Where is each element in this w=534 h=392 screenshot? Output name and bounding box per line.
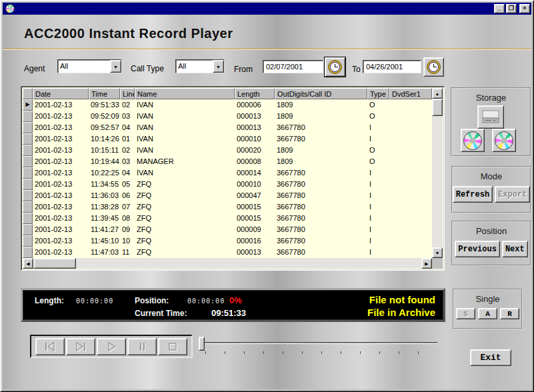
column-header-dvdser1[interactable]: DvdSer1	[389, 88, 432, 99]
table-row[interactable]: 2001-02-1311:45:1010ZFQ0000163667780I	[23, 235, 432, 247]
table-row[interactable]: 2001-02-1311:36:0306ZFQ0000473667780I	[23, 190, 432, 201]
row-selector[interactable]	[23, 111, 33, 122]
row-selector[interactable]	[23, 213, 33, 224]
from-calendar-button[interactable]	[325, 57, 345, 77]
row-selector[interactable]: ▶	[23, 99, 33, 111]
exit-button[interactable]: Exit	[470, 349, 511, 366]
row-selector[interactable]	[23, 167, 33, 179]
minimize-button[interactable]: _	[494, 4, 505, 13]
slider-thumb[interactable]	[199, 337, 205, 351]
drive-storage-button[interactable]	[477, 105, 504, 129]
table-row[interactable]: 2001-02-1310:19:4403MANAGER0000081809O	[23, 156, 432, 167]
table-cell: I	[367, 247, 389, 258]
table-row[interactable]: 2001-02-1309:52:5704IVAN0000133667780I	[23, 122, 432, 133]
maximize-button[interactable]: ❐	[506, 4, 517, 13]
table-cell	[389, 111, 432, 122]
previous-button[interactable]: Previous	[455, 241, 500, 257]
table-row[interactable]: 2001-02-1311:38:2807ZFQ0000153667780I	[23, 201, 432, 213]
table-cell: 08	[120, 213, 135, 224]
row-selector[interactable]	[23, 179, 33, 190]
to-date-field[interactable]: 04/26/2001	[363, 60, 421, 73]
table-cell: IVAN	[135, 99, 235, 111]
single-s-button[interactable]: S	[456, 308, 475, 319]
table-row[interactable]: 2001-02-1309:52:0903IVAN0000131809O	[23, 111, 432, 122]
row-selector[interactable]	[23, 133, 33, 145]
table-cell: 05	[120, 179, 135, 190]
cd-icon	[495, 131, 513, 150]
slider-groove[interactable]	[204, 342, 437, 344]
table-cell: 09:51:33	[89, 99, 120, 111]
table-row[interactable]: 2001-02-1311:41:2709ZFQ0000093667780I	[23, 224, 432, 235]
scroll-up-icon[interactable]: ▲	[432, 88, 443, 99]
length-value: 00:00:00	[76, 297, 113, 305]
column-header-type[interactable]: Type	[367, 88, 389, 99]
single-r-button[interactable]: R	[500, 308, 519, 319]
table-cell: 2001-02-13	[33, 99, 89, 111]
table-row[interactable]: 2001-02-1311:39:4508ZFQ0000153667780I	[23, 213, 432, 224]
table-cell: O	[367, 111, 389, 122]
agent-combo[interactable]: All ▼	[57, 59, 122, 73]
column-header-length[interactable]: Length	[235, 88, 275, 99]
row-selector[interactable]	[23, 122, 33, 133]
table-cell: 000014	[235, 167, 275, 179]
horizontal-scrollbar[interactable]: ◀ ▶	[23, 258, 432, 269]
table-cell: 2001-02-13	[33, 235, 89, 247]
row-selector[interactable]	[23, 247, 33, 258]
play-button[interactable]	[97, 338, 126, 355]
vertical-scroll-track[interactable]	[432, 116, 443, 247]
status-messages: File not found File in Archive	[367, 293, 435, 319]
table-row[interactable]: 2001-02-1310:14:2601IVAN0000103667780I	[23, 133, 432, 145]
table-row[interactable]: 2001-02-1310:22:2504IVAN0000143667780I	[23, 167, 432, 179]
table-row[interactable]: 2001-02-1310:15:1102IVAN0000201809O	[23, 145, 432, 156]
call-type-combo[interactable]: All ▼	[175, 59, 225, 73]
current-time-label: Current Time:	[135, 309, 187, 318]
to-calendar-button[interactable]	[423, 57, 444, 77]
cd-storage-button-1[interactable]	[461, 129, 485, 152]
next-button[interactable]: Next	[502, 241, 528, 257]
table-cell: 3667780	[275, 247, 367, 258]
mode-title: Mode	[453, 171, 530, 181]
refresh-button[interactable]: Refresh	[453, 186, 493, 203]
from-date-field[interactable]: 02/07/2001	[263, 60, 323, 73]
call-type-combo-value: All	[176, 60, 213, 73]
cd-storage-button-2[interactable]	[492, 129, 516, 152]
scroll-left-icon[interactable]: ◀	[23, 258, 33, 269]
single-a-button[interactable]: A	[478, 308, 497, 319]
horizontal-scroll-track[interactable]	[76, 258, 421, 269]
table-cell: 000015	[235, 201, 275, 213]
skip-forward-button[interactable]	[66, 338, 95, 355]
table-row[interactable]: ▶2001-02-1309:51:3302IVAN0000061809O	[23, 99, 432, 111]
row-selector[interactable]	[23, 145, 33, 156]
column-header-date[interactable]: Date	[33, 88, 89, 99]
table-row[interactable]: 2001-02-1311:34:5505ZFQ0000103667780I	[23, 179, 432, 190]
position-value: 00:00:00	[187, 297, 225, 305]
scroll-right-icon[interactable]: ▶	[421, 258, 432, 269]
stop-button[interactable]	[158, 338, 187, 355]
row-selector[interactable]	[23, 235, 33, 247]
table-row[interactable]: 2001-02-1311:47:0311ZFQ0000133667780I	[23, 247, 432, 258]
vertical-scrollbar[interactable]: ▲ ▼	[432, 88, 443, 258]
row-selector[interactable]	[23, 201, 33, 213]
row-selector[interactable]	[23, 156, 33, 167]
table-cell	[389, 190, 432, 201]
row-selector[interactable]	[23, 190, 33, 201]
vertical-scroll-thumb[interactable]	[432, 99, 443, 116]
column-header-name[interactable]: Name	[135, 88, 235, 99]
horizontal-scroll-thumb[interactable]	[33, 258, 76, 269]
chevron-down-icon[interactable]: ▼	[213, 60, 224, 73]
table-cell: 2001-02-13	[33, 247, 89, 258]
scroll-down-icon[interactable]: ▼	[432, 247, 443, 258]
export-button[interactable]: Export	[495, 186, 530, 203]
column-header-time[interactable]: Time	[89, 88, 120, 99]
table-cell	[389, 133, 432, 145]
close-button[interactable]: ×	[519, 4, 530, 13]
skip-back-button[interactable]	[35, 338, 65, 355]
chevron-down-icon[interactable]: ▼	[110, 60, 121, 73]
column-header-line[interactable]: Line	[120, 88, 135, 99]
skip-forward-icon	[73, 341, 88, 352]
table-cell: 2001-02-13	[33, 145, 89, 156]
row-selector[interactable]	[23, 224, 33, 235]
column-header-outdigits[interactable]: OutDigits/Call ID	[275, 88, 367, 99]
table-cell: 3667780	[275, 201, 367, 213]
pause-button[interactable]	[127, 338, 157, 355]
